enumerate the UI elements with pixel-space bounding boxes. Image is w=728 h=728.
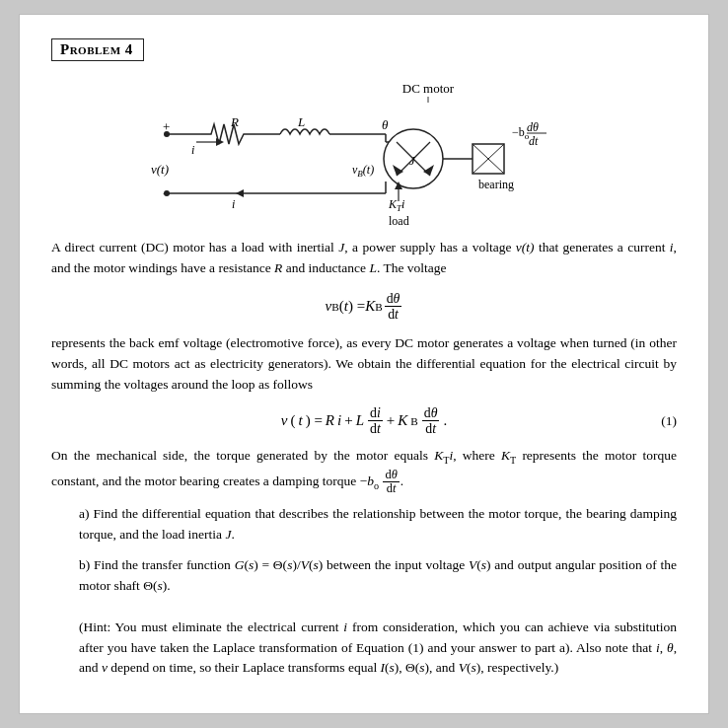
eq-number-1: (1) — [661, 413, 677, 429]
svg-text:θ: θ — [382, 117, 389, 132]
part-b: b) Find the transfer function G(s) = Θ(s… — [79, 555, 677, 680]
equation-1: v(t) = Ri + L di dt + KB dθ dt . (1) — [51, 405, 677, 436]
intro-paragraph: A direct current (DC) motor has a load w… — [51, 238, 677, 279]
svg-text:bearing: bearing — [478, 178, 514, 191]
svg-text:i: i — [232, 197, 235, 211]
circuit-diagram: DC motor + i R L θ — [51, 75, 677, 228]
svg-text:v(t): v(t) — [151, 162, 169, 177]
part-b-label: b) — [79, 557, 90, 572]
emf-paragraph: represents the back emf voltage (electro… — [51, 333, 677, 396]
vB-equation: vB(t) = KB dθ dt — [51, 291, 677, 322]
part-a: a) Find the differential equation that d… — [79, 504, 677, 546]
circuit-svg: DC motor + i R L θ — [137, 75, 591, 228]
svg-text:KTi: KTi — [388, 197, 404, 213]
svg-marker-34 — [236, 189, 244, 197]
svg-text:load: load — [389, 214, 409, 228]
svg-point-42 — [164, 190, 170, 196]
svg-point-41 — [164, 131, 170, 137]
R-symbol: R — [274, 260, 282, 275]
J-symbol: J — [338, 240, 344, 255]
problem-label: Problem 4 — [51, 38, 144, 61]
page: Problem 4 DC motor + i R L — [19, 14, 709, 714]
L-symbol: L — [369, 260, 377, 275]
vt-symbol: v(t) — [516, 240, 535, 255]
svg-text:i: i — [191, 143, 194, 157]
svg-text:vB(t): vB(t) — [352, 163, 374, 179]
svg-text:DC motor: DC motor — [402, 81, 455, 96]
svg-text:dt: dt — [529, 134, 539, 148]
mech-paragraph: On the mechanical side, the torque gener… — [51, 446, 677, 496]
i-symbol: i — [670, 240, 674, 255]
svg-text:L: L — [297, 114, 305, 129]
part-a-label: a) — [79, 506, 90, 521]
problem-title: Problem 4 — [60, 41, 133, 57]
svg-text:dθ: dθ — [527, 120, 539, 134]
